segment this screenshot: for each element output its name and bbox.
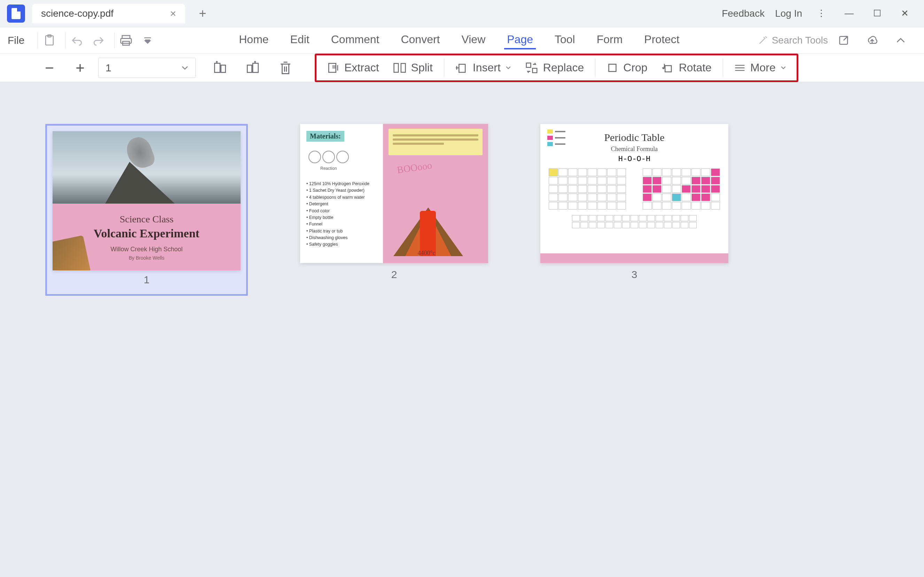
svg-rect-6 bbox=[214, 63, 220, 72]
replace-label: Replace bbox=[543, 61, 584, 74]
extract-button[interactable]: Extract bbox=[320, 61, 386, 74]
svg-rect-8 bbox=[247, 65, 252, 73]
page1-title: Science Class bbox=[120, 214, 174, 225]
tab-title: science-copy.pdf bbox=[41, 8, 113, 19]
svg-rect-16 bbox=[609, 64, 616, 71]
menu-form[interactable]: Form bbox=[594, 31, 626, 49]
page-thumbnail-2[interactable]: Materials: Reaction 125ml 10% Hydrogen P… bbox=[300, 124, 488, 280]
page-thumbnail-3[interactable]: Periodic Table Chemical Formula H-O-O-H bbox=[540, 124, 728, 280]
more-button[interactable]: More bbox=[727, 61, 793, 74]
page-thumbnail-1[interactable]: Science Class Volcanic Experiment Willow… bbox=[45, 124, 248, 296]
cloud-upload-icon[interactable] bbox=[863, 32, 881, 49]
feedback-link[interactable]: Feedback bbox=[722, 8, 764, 19]
dropdown-chevron-icon[interactable] bbox=[139, 32, 156, 49]
minimize-icon[interactable]: — bbox=[840, 6, 858, 21]
redo-icon[interactable] bbox=[90, 32, 107, 49]
menu-page[interactable]: Page bbox=[504, 31, 536, 49]
wand-icon bbox=[758, 35, 768, 45]
page2-materials-list: 125ml 10% Hydrogen Peroxide 1 Sachet Dry… bbox=[306, 181, 377, 248]
menu-tool[interactable]: Tool bbox=[552, 31, 578, 49]
menu-protect[interactable]: Protect bbox=[641, 31, 682, 49]
svg-rect-9 bbox=[253, 63, 258, 72]
page1-hero-image bbox=[53, 131, 240, 203]
page-actions-highlighted: Extract Split Insert Replace Crop Rotate bbox=[315, 53, 798, 82]
page1-title-panel: Science Class Volcanic Experiment Willow… bbox=[53, 203, 240, 271]
page3-formula: H-O-O-H bbox=[540, 155, 728, 164]
page-range-select[interactable]: 1 bbox=[98, 58, 196, 78]
page1-school: Willow Creek High School bbox=[110, 246, 182, 253]
page-toolbar: − + 1 Extract Split Insert Replace bbox=[0, 53, 924, 82]
new-tab-button[interactable]: + bbox=[196, 6, 210, 21]
split-label: Split bbox=[411, 61, 433, 74]
file-menu[interactable]: File bbox=[8, 34, 24, 46]
insert-page-after-icon[interactable] bbox=[244, 60, 261, 76]
page-range-value: 1 bbox=[105, 62, 111, 74]
page2-materials-panel: Materials: Reaction 125ml 10% Hydrogen P… bbox=[300, 124, 383, 263]
more-icon bbox=[734, 63, 745, 73]
delete-page-icon[interactable] bbox=[277, 60, 294, 76]
svg-rect-17 bbox=[665, 65, 671, 72]
page-number: 2 bbox=[391, 269, 397, 280]
app-logo-icon bbox=[7, 5, 25, 23]
menu-edit[interactable]: Edit bbox=[287, 31, 312, 49]
collapse-ribbon-icon[interactable] bbox=[892, 32, 909, 49]
page3-title: Periodic Table bbox=[540, 132, 728, 143]
insert-button[interactable]: Insert bbox=[448, 61, 518, 74]
svg-rect-7 bbox=[221, 65, 226, 73]
print-icon[interactable] bbox=[117, 32, 135, 49]
replace-button[interactable]: Replace bbox=[518, 61, 591, 74]
menu-comment[interactable]: Comment bbox=[328, 31, 382, 49]
rotate-button[interactable]: Rotate bbox=[655, 61, 719, 74]
open-external-icon[interactable] bbox=[835, 32, 852, 49]
crop-button[interactable]: Crop bbox=[600, 61, 654, 74]
page-number: 1 bbox=[53, 274, 240, 288]
main-menu: Home Edit Comment Convert View Page Tool… bbox=[161, 31, 758, 49]
insert-page-before-icon[interactable] bbox=[212, 60, 228, 76]
rotate-icon bbox=[661, 62, 674, 74]
divider bbox=[114, 32, 114, 48]
chevron-down-icon bbox=[780, 66, 786, 70]
zoom-out-button[interactable]: − bbox=[42, 59, 57, 77]
divider bbox=[595, 58, 595, 77]
document-tab[interactable]: science-copy.pdf × bbox=[32, 4, 185, 23]
kebab-menu-icon[interactable]: ⋮ bbox=[813, 6, 830, 21]
replace-icon bbox=[525, 61, 538, 74]
svg-rect-11 bbox=[394, 63, 398, 72]
page2-temperature: 4400°c bbox=[418, 250, 435, 257]
page2-reaction-label: Reaction bbox=[320, 166, 377, 171]
page3-subtitle: Chemical Formula bbox=[540, 145, 728, 153]
login-link[interactable]: Log In bbox=[775, 8, 802, 19]
svg-rect-12 bbox=[401, 63, 405, 72]
title-bar: science-copy.pdf × + Feedback Log In ⋮ —… bbox=[0, 0, 924, 27]
close-window-icon[interactable]: ✕ bbox=[896, 6, 914, 21]
svg-rect-15 bbox=[532, 68, 537, 73]
undo-icon[interactable] bbox=[68, 32, 85, 49]
page3-legend bbox=[547, 129, 565, 146]
insert-icon bbox=[455, 61, 468, 74]
page-thumbnail-canvas: Science Class Volcanic Experiment Willow… bbox=[0, 82, 924, 338]
split-icon bbox=[393, 61, 406, 74]
rotate-label: Rotate bbox=[679, 61, 712, 74]
crop-label: Crop bbox=[623, 61, 647, 74]
search-tools[interactable]: Search Tools bbox=[758, 35, 828, 46]
close-tab-icon[interactable]: × bbox=[170, 8, 176, 19]
page1-subtitle: Volcanic Experiment bbox=[94, 227, 200, 240]
chevron-down-icon bbox=[506, 66, 511, 70]
page2-boom-text: BOOooo bbox=[396, 160, 433, 176]
menu-convert[interactable]: Convert bbox=[398, 31, 442, 49]
search-tools-label: Search Tools bbox=[772, 35, 828, 46]
chevron-down-icon bbox=[181, 65, 189, 70]
menu-home[interactable]: Home bbox=[236, 31, 271, 49]
menu-view[interactable]: View bbox=[458, 31, 488, 49]
page1-byline: By Brooke Wells bbox=[129, 255, 164, 261]
split-button[interactable]: Split bbox=[386, 61, 440, 74]
zoom-in-button[interactable]: + bbox=[73, 59, 88, 77]
maximize-icon[interactable]: ☐ bbox=[868, 6, 886, 21]
clipboard-icon[interactable] bbox=[41, 32, 58, 49]
page3-periodic-table bbox=[540, 164, 728, 210]
divider bbox=[723, 58, 723, 77]
page2-materials-label: Materials: bbox=[306, 131, 344, 142]
insert-label: Insert bbox=[473, 61, 501, 74]
divider bbox=[444, 58, 444, 77]
menu-bar: File Home Edit Comment Convert View Page… bbox=[0, 27, 924, 53]
